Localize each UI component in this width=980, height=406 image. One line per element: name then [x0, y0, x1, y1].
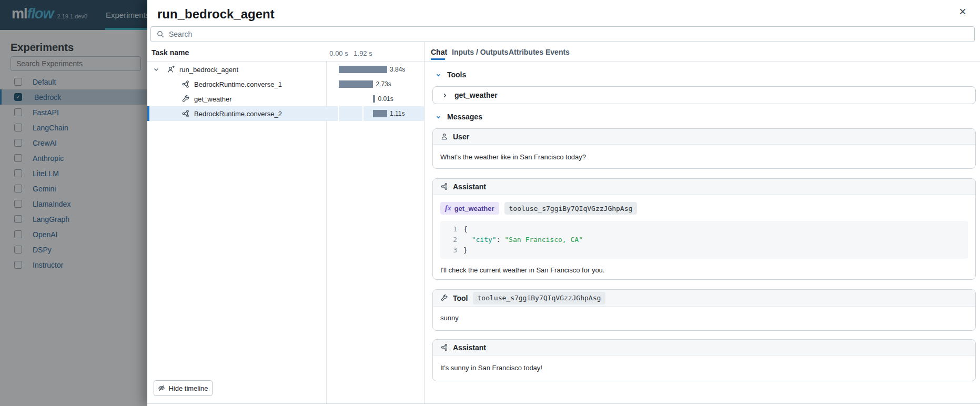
- search-icon: [156, 30, 165, 38]
- duration-label: 0.01s: [378, 95, 393, 103]
- mlflow-trace-screen: mlflow2.19.1.dev0 Experiments Experiment…: [0, 0, 980, 406]
- chevron-down-icon[interactable]: [153, 66, 159, 73]
- code-token: "San Francisco, CA": [504, 236, 583, 243]
- model-icon: [440, 343, 448, 351]
- code-token: "city": [472, 236, 497, 243]
- tab-inputs-outputs[interactable]: Inputs / Outputs: [452, 48, 508, 56]
- model-icon: [440, 182, 448, 190]
- header-divider: [147, 61, 980, 62]
- span-name: BedrockRuntime.converse_1: [194, 80, 282, 88]
- span-search-bar[interactable]: [150, 26, 975, 42]
- line-number: 1: [440, 224, 457, 235]
- hide-timeline-label: Hide timeline: [168, 384, 208, 392]
- message-text: What's the weather like in San Francisco…: [440, 153, 968, 161]
- code-line: 1{: [440, 224, 968, 235]
- tab-events[interactable]: Events: [545, 48, 570, 56]
- message-card-assistant: Assistant fx get_weather tooluse_s7ggiBy…: [432, 178, 976, 280]
- role-label: Assistant: [453, 182, 486, 191]
- timeline-bar[interactable]: [339, 66, 387, 73]
- code-token: }: [463, 246, 468, 254]
- bottom-divider: [147, 403, 980, 404]
- chevron-down-icon: [436, 72, 441, 78]
- model-icon: [181, 109, 190, 118]
- code-token: {: [463, 225, 468, 233]
- tool-icon: [440, 294, 448, 302]
- span-name: BedrockRuntime.converse_2: [194, 110, 282, 118]
- hide-timeline-button[interactable]: Hide timeline: [154, 380, 213, 396]
- code-token: [463, 236, 472, 243]
- active-tab-underline: [431, 58, 445, 60]
- close-icon[interactable]: ×: [959, 5, 966, 18]
- trace-detail-modal: run_bedrock_agent × Task name 0.00 s 1.9…: [147, 0, 980, 406]
- message-text: I'll check the current weather in San Fr…: [440, 266, 968, 274]
- tool-icon: [181, 95, 190, 103]
- message-card-tool: Tool tooluse_s7ggiBy7QIqVGzzJGhpAsg sunn…: [432, 289, 976, 331]
- tool-definition-get-weather[interactable]: get_weather: [432, 86, 976, 104]
- code-line: 2 "city": "San Francisco, CA": [440, 235, 968, 245]
- message-header: User: [433, 129, 975, 145]
- agent-icon: [167, 65, 175, 74]
- duration-label: 1.11s: [390, 110, 405, 117]
- tool-call-id-chip: tooluse_s7ggiBy7QIqVGzzJGhpAsg: [473, 292, 606, 304]
- chevron-down-icon: [436, 114, 441, 120]
- timeline-bar[interactable]: [373, 95, 375, 103]
- role-label: User: [453, 133, 469, 141]
- selected-row-accent: [147, 106, 149, 121]
- chat-panel-divider: [424, 42, 425, 404]
- timeline-tick: 1.92 s: [353, 49, 372, 57]
- tool-name: get_weather: [454, 91, 498, 99]
- tools-section-label: Tools: [447, 70, 466, 79]
- role-label: Assistant: [453, 343, 486, 352]
- span-name: get_weather: [194, 95, 232, 103]
- tool-call-id-chip: tooluse_s7ggiBy7QIqVGzzJGhpAsg: [504, 202, 638, 215]
- message-card-assistant: Assistant It's sunny in San Francisco to…: [432, 339, 976, 381]
- message-body: It's sunny in San Francisco today!: [433, 356, 975, 379]
- tool-call-chip: fx get_weather: [440, 202, 499, 215]
- message-text: It's sunny in San Francisco today!: [440, 364, 968, 372]
- duration-label: 3.84s: [390, 66, 405, 73]
- message-header: Tool tooluse_s7ggiBy7QIqVGzzJGhpAsg: [433, 290, 975, 307]
- timeline-gantt: 3.84s 2.73s 0.01s 1.11s: [326, 62, 424, 121]
- message-card-user: User What's the weather like in San Fran…: [432, 128, 976, 169]
- messages-section-label: Messages: [447, 113, 482, 121]
- message-body: fx get_weather tooluse_s7ggiBy7QIqVGzzJG…: [433, 195, 975, 281]
- function-icon: fx: [445, 204, 451, 212]
- tools-section-header[interactable]: Tools: [436, 70, 466, 79]
- tab-chat[interactable]: Chat: [431, 48, 447, 56]
- eye-off-icon: [158, 384, 165, 392]
- message-header: Assistant: [433, 179, 975, 195]
- span-name: run_bedrock_agent: [179, 66, 238, 74]
- line-number: 3: [440, 245, 457, 256]
- tool-call-name: get_weather: [454, 205, 494, 212]
- code-line: 3}: [440, 245, 968, 256]
- span-search-input[interactable]: [169, 30, 969, 38]
- message-header: Assistant: [433, 340, 975, 356]
- trace-title: run_bedrock_agent: [157, 7, 275, 22]
- timeline-bar[interactable]: [339, 80, 373, 88]
- user-icon: [440, 133, 448, 140]
- message-body: What's the weather like in San Francisco…: [433, 145, 975, 168]
- timeline-row: 2.73s: [326, 77, 424, 92]
- tab-attributes[interactable]: Attributes: [509, 48, 543, 56]
- timeline-row: 1.11s: [326, 106, 424, 121]
- timeline-tick: 0.00 s: [329, 49, 348, 57]
- task-name-column-header: Task name: [151, 48, 189, 57]
- message-body: sunny: [433, 307, 975, 329]
- line-number: 2: [440, 235, 457, 245]
- messages-section-header[interactable]: Messages: [436, 113, 482, 121]
- chevron-right-icon: [442, 93, 448, 98]
- timeline-row: 3.84s: [326, 62, 424, 77]
- tool-call-row: fx get_weather tooluse_s7ggiBy7QIqVGzzJG…: [440, 202, 968, 215]
- model-icon: [181, 80, 190, 88]
- code-token: :: [497, 236, 505, 243]
- timeline-row: 0.01s: [326, 92, 424, 106]
- tool-call-arguments: 1{ 2 "city": "San Francisco, CA" 3}: [440, 221, 968, 259]
- message-text: sunny: [440, 314, 968, 322]
- role-label: Tool: [453, 294, 468, 302]
- duration-label: 2.73s: [376, 80, 391, 88]
- timeline-bar[interactable]: [373, 110, 387, 117]
